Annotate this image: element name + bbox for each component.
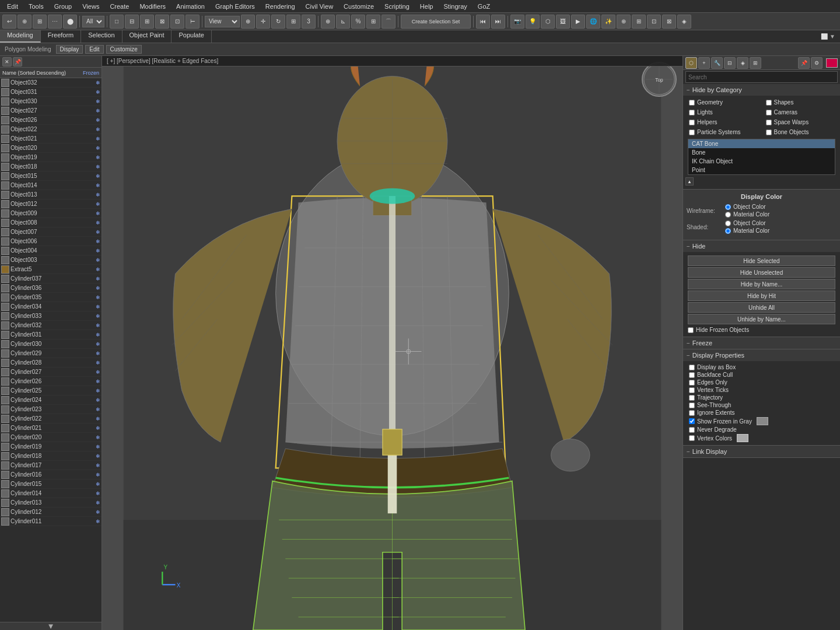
tab-populate[interactable]: Populate — [172, 30, 211, 43]
helpers-checkbox[interactable] — [689, 120, 695, 125]
link-display-header[interactable]: − Link Display — [683, 446, 840, 457]
panel-toggle[interactable]: ⬜ ▼ — [816, 30, 840, 43]
display-properties-header[interactable]: − Display Properties — [683, 349, 840, 361]
settings-icon[interactable]: ⚙ — [811, 57, 822, 69]
list-item[interactable]: Cylinder028❄ — [0, 358, 102, 368]
menu-customize[interactable]: Customize — [339, 2, 379, 11]
hide-unselected-btn[interactable]: Hide Unselected — [688, 267, 835, 278]
list-item[interactable]: Cylinder026❄ — [0, 377, 102, 386]
env-btn[interactable]: 🌐 — [586, 15, 600, 29]
list-item[interactable]: Cylinder016❄ — [0, 470, 102, 480]
list-item[interactable]: Cylinder031❄ — [0, 330, 102, 340]
dp-vertex-colors-checkbox[interactable] — [689, 435, 695, 441]
select-btn[interactable]: ⊕ — [18, 15, 32, 29]
extra-btn4[interactable]: ⊠ — [662, 15, 676, 29]
list-item[interactable]: Cylinder017❄ — [0, 461, 102, 470]
wireframe-object-color-radio[interactable] — [725, 204, 731, 210]
shaded-material-color-radio[interactable] — [725, 228, 731, 234]
view-select[interactable]: View — [205, 16, 240, 27]
list-item[interactable]: Object013❄ — [0, 190, 102, 200]
render-btn[interactable]: ▶ — [571, 15, 585, 29]
list-item[interactable]: Object015❄ — [0, 172, 102, 181]
hide-by-name-btn[interactable]: Hide by Name... — [688, 279, 835, 289]
select-region-btn[interactable]: ⊞ — [33, 15, 47, 29]
list-item[interactable]: Cylinder012❄ — [0, 508, 102, 517]
tab-modeling[interactable]: Modeling — [0, 30, 41, 43]
dp-trajectory-checkbox[interactable] — [689, 395, 695, 401]
hide-header[interactable]: − Hide — [683, 240, 840, 252]
list-item[interactable]: Cylinder019❄ — [0, 442, 102, 452]
menu-edit[interactable]: Edit — [2, 2, 23, 11]
dp-ignore-extents-checkbox[interactable] — [689, 410, 695, 416]
dp-display-as-box-checkbox[interactable] — [689, 365, 695, 370]
list-item[interactable]: Object014❄ — [0, 181, 102, 190]
arc-btn[interactable]: ⌒ — [382, 15, 396, 29]
bone-objects-checkbox[interactable] — [766, 130, 772, 135]
prev-key-btn[interactable]: ⏮ — [476, 15, 490, 29]
object-list[interactable]: Object032❄ Object031❄ Object030❄ Object0… — [0, 78, 102, 622]
freeze-header[interactable]: − Freeze — [683, 337, 840, 349]
dp-edges-only-checkbox[interactable] — [689, 380, 695, 386]
list-item[interactable]: Object007❄ — [0, 228, 102, 237]
mirror-btn[interactable]: ⊟ — [125, 15, 139, 29]
menu-group[interactable]: Group — [50, 2, 77, 11]
dropdown-item-ik-chain[interactable]: IK Chain Object — [688, 157, 835, 166]
dropdown-item-point[interactable]: Point — [688, 166, 835, 174]
list-item[interactable]: Cylinder022❄ — [0, 414, 102, 424]
lights-checkbox[interactable] — [689, 110, 695, 116]
list-item[interactable]: Object021❄ — [0, 134, 102, 144]
dp-see-through-checkbox[interactable] — [689, 402, 695, 408]
list-item[interactable]: Object027❄ — [0, 106, 102, 116]
utilities-icon[interactable]: ⊞ — [750, 57, 761, 69]
particle-systems-checkbox[interactable] — [689, 130, 695, 135]
list-item[interactable]: Cylinder033❄ — [0, 312, 102, 321]
extra-btn3[interactable]: ⊡ — [647, 15, 661, 29]
menu-tools[interactable]: Tools — [24, 2, 48, 11]
list-item[interactable]: Cylinder032❄ — [0, 321, 102, 330]
create-selection-btn[interactable]: Create Selection Set — [401, 15, 471, 29]
lasso-btn[interactable]: ⋯ — [48, 15, 62, 29]
normal-align-btn[interactable]: ⊢ — [186, 15, 200, 29]
menu-rendering[interactable]: Rendering — [261, 2, 300, 11]
list-item[interactable]: Object020❄ — [0, 144, 102, 153]
menu-modifiers[interactable]: Modifiers — [135, 2, 170, 11]
tab-object-paint[interactable]: Object Paint — [123, 30, 172, 43]
menu-create[interactable]: Create — [105, 2, 134, 11]
vertex-color-swatch[interactable] — [737, 434, 748, 442]
list-item[interactable]: Cylinder034❄ — [0, 302, 102, 312]
snap-toggle-btn[interactable]: ⊕ — [321, 15, 335, 29]
menu-graph-editors[interactable]: Graph Editors — [211, 2, 260, 11]
cameras-checkbox[interactable] — [766, 110, 772, 116]
shaded-object-color-radio[interactable] — [725, 220, 731, 226]
sub-tab-display[interactable]: Display — [56, 45, 83, 54]
list-item[interactable]: Cylinder013❄ — [0, 498, 102, 508]
list-item[interactable]: Cylinder025❄ — [0, 386, 102, 396]
list-item[interactable]: Cylinder018❄ — [0, 452, 102, 461]
dp-vertex-ticks-checkbox[interactable] — [689, 387, 695, 393]
extra-btn2[interactable]: ⊞ — [632, 15, 646, 29]
menu-animation[interactable]: Animation — [172, 2, 209, 11]
list-item[interactable]: Cylinder036❄ — [0, 284, 102, 293]
menu-help[interactable]: Help — [415, 2, 438, 11]
list-item[interactable]: Cylinder037❄ — [0, 274, 102, 284]
hierarchy-icon[interactable]: ⊟ — [724, 57, 736, 69]
wireframe-material-color-radio[interactable] — [725, 212, 731, 218]
list-item[interactable]: Cylinder014❄ — [0, 489, 102, 498]
select-all-btn[interactable]: □ — [110, 15, 124, 29]
list-item[interactable]: Object009❄ — [0, 209, 102, 218]
rotate-btn[interactable]: ↻ — [271, 15, 285, 29]
next-frame-btn[interactable]: ⏭ — [491, 15, 505, 29]
move-btn[interactable]: ✛ — [256, 15, 270, 29]
tab-freeform[interactable]: Freeform — [41, 30, 82, 43]
modify-icon[interactable]: 🔧 — [711, 57, 723, 69]
list-item[interactable]: Extract5❄ — [0, 265, 102, 274]
color-swatch-btn[interactable] — [826, 58, 838, 68]
hide-by-hit-btn[interactable]: Hide by Hit — [688, 290, 835, 301]
search-input[interactable] — [685, 71, 838, 83]
paint-btn[interactable]: ⬤ — [63, 15, 77, 29]
quick-align-btn[interactable]: ⊡ — [170, 15, 184, 29]
light-btn[interactable]: 💡 — [526, 15, 540, 29]
list-item[interactable]: Object022❄ — [0, 125, 102, 134]
list-item[interactable]: Object019❄ — [0, 153, 102, 162]
dp-backface-cull-checkbox[interactable] — [689, 372, 695, 378]
